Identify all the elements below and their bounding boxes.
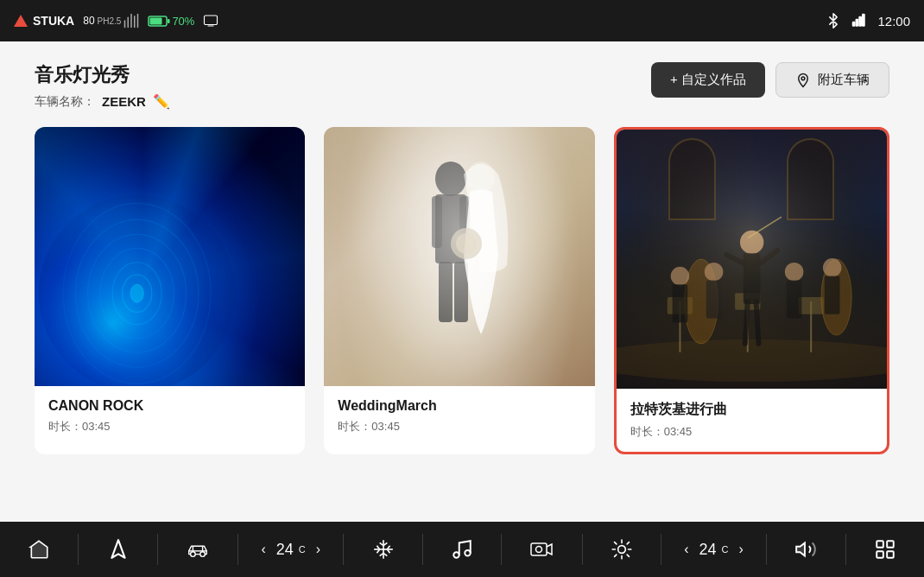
- card-canon-rock[interactable]: CANON ROCK 时长：03:45: [35, 127, 305, 454]
- main-content: 音乐灯光秀 车辆名称： ZEEKR ✏️ + 自定义作品 附近车辆: [0, 41, 924, 522]
- svg-rect-3: [205, 16, 218, 25]
- cellular-icon: [851, 13, 867, 29]
- music-button[interactable]: [440, 531, 484, 567]
- svg-rect-51: [617, 132, 887, 386]
- svg-rect-5: [853, 22, 855, 27]
- svg-rect-75: [877, 551, 883, 558]
- car-icon: [186, 538, 210, 561]
- svg-point-52: [191, 552, 196, 557]
- duration-value-wedding: 03:45: [371, 420, 400, 433]
- svg-point-67: [453, 552, 459, 558]
- volume-button[interactable]: [784, 531, 827, 567]
- camera-360-button[interactable]: [519, 532, 564, 567]
- duration-label-wedding: 时长：: [338, 420, 371, 433]
- clock: 12:00: [877, 14, 910, 29]
- svg-point-9: [801, 76, 805, 79]
- svg-point-17: [39, 195, 236, 386]
- card-title-canon: CANON ROCK: [48, 398, 291, 414]
- ac-indicator-button[interactable]: [600, 531, 643, 567]
- music-icon: [451, 538, 473, 561]
- battery-icon: [148, 16, 170, 27]
- location-icon: [795, 73, 811, 88]
- svg-rect-7: [859, 17, 861, 27]
- divider-1: [78, 534, 79, 565]
- navigation-icon: [107, 538, 130, 561]
- svg-rect-73: [877, 541, 883, 548]
- temp-left-value: 24: [276, 541, 294, 559]
- brand-logo: STUKA: [14, 14, 74, 28]
- divider-7: [582, 534, 583, 565]
- ac-left-button[interactable]: [362, 531, 405, 567]
- navigation-button[interactable]: [97, 531, 140, 567]
- divider-2: [157, 534, 158, 565]
- header-buttons: + 自定义作品 附近车辆: [651, 62, 889, 98]
- nearby-btn-label: 附近车辆: [818, 72, 870, 88]
- svg-rect-74: [887, 541, 894, 548]
- home-button[interactable]: [17, 531, 60, 567]
- svg-rect-1: [150, 17, 162, 24]
- status-bar: STUKA 80 PH2.5 70%: [0, 0, 924, 41]
- card-orchestra[interactable]: 拉特茨基进行曲 时长：03:45: [614, 127, 889, 454]
- nearby-vehicles-button[interactable]: 附近车辆: [775, 62, 889, 98]
- card-info-canon: CANON ROCK 时长：03:45: [35, 386, 305, 447]
- divider-10: [845, 534, 846, 565]
- page-title: 音乐灯光秀: [35, 62, 170, 88]
- battery-item: 70%: [148, 15, 194, 28]
- svg-rect-8: [863, 15, 864, 27]
- temp-left-up-button[interactable]: ›: [311, 538, 326, 561]
- temp-right-value: 24: [699, 541, 717, 559]
- car-button[interactable]: [175, 531, 220, 567]
- duration-label-orchestra: 时长：: [630, 425, 664, 438]
- logo-triangle-icon: [14, 15, 28, 27]
- card-duration-orchestra: 时长：03:45: [630, 424, 873, 440]
- temp-right-control: ‹ 24C ›: [679, 538, 749, 561]
- divider-9: [766, 534, 767, 565]
- vehicle-label: 车辆名称：: [35, 94, 95, 110]
- svg-point-70: [536, 547, 542, 553]
- signal-item: 80 PH2.5: [83, 13, 139, 29]
- duration-label-canon: 时长：: [48, 420, 82, 433]
- status-right: 12:00: [826, 13, 910, 29]
- temp-left-down-button[interactable]: ‹: [256, 538, 270, 561]
- bluetooth-icon: [826, 13, 841, 29]
- apps-button[interactable]: [864, 531, 907, 567]
- divider-5: [422, 534, 423, 565]
- svg-marker-72: [796, 542, 805, 555]
- temp-right-unit: C: [722, 544, 729, 555]
- card-image-wedding: [324, 127, 594, 386]
- header-left: 音乐灯光秀 车辆名称： ZEEKR ✏️: [35, 62, 170, 110]
- signal-value: 80: [83, 15, 94, 27]
- edit-icon[interactable]: ✏️: [153, 93, 170, 110]
- card-wedding-march[interactable]: WeddingMarch 时长：03:45: [324, 127, 594, 454]
- screen-icon: [203, 13, 218, 29]
- card-image-canon: [35, 127, 305, 386]
- status-left: STUKA 80 PH2.5 70%: [14, 13, 826, 29]
- ac-left-icon: [372, 538, 395, 561]
- spiral-svg: [35, 127, 305, 386]
- temp-right-down-button[interactable]: ‹: [679, 538, 693, 561]
- custom-works-button[interactable]: + 自定义作品: [651, 62, 765, 98]
- svg-rect-2: [168, 19, 170, 23]
- bottom-bar: ‹ 24C ›: [0, 522, 924, 577]
- signal-unit: PH2.5: [98, 16, 122, 26]
- divider-3: [237, 534, 238, 565]
- volume-icon: [794, 538, 817, 561]
- card-duration-canon: 时长：03:45: [48, 419, 291, 434]
- vehicle-name: ZEEKR: [102, 94, 146, 109]
- temp-right-up-button[interactable]: ›: [734, 538, 749, 561]
- page-header: 音乐灯光秀 车辆名称： ZEEKR ✏️ + 自定义作品 附近车辆: [35, 62, 889, 110]
- signal-icon: [123, 13, 139, 29]
- card-title-orchestra: 拉特茨基进行曲: [630, 401, 873, 419]
- battery-percentage: 70%: [172, 15, 194, 28]
- temp-left-control: ‹ 24C ›: [256, 538, 326, 561]
- svg-rect-69: [531, 543, 547, 555]
- card-duration-wedding: 时长：03:45: [338, 419, 580, 434]
- svg-point-71: [617, 546, 625, 554]
- camera-360-icon: [529, 539, 554, 560]
- divider-4: [343, 534, 344, 565]
- divider-8: [661, 534, 661, 565]
- orchestra-svg: [617, 130, 887, 389]
- brand-name: STUKA: [33, 14, 74, 28]
- duration-value-canon: 03:45: [82, 420, 111, 433]
- duration-value-orchestra: 03:45: [664, 425, 693, 438]
